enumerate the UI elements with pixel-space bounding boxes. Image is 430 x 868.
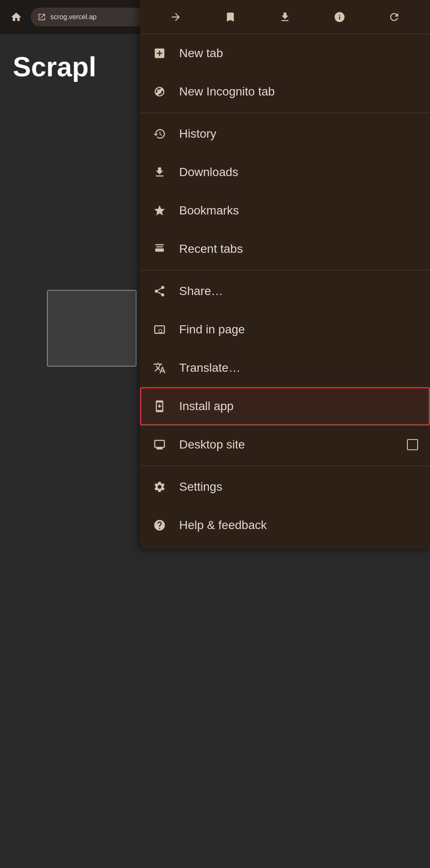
menu-item-bookmarks[interactable]: Bookmarks bbox=[140, 191, 430, 230]
recent-tabs-label: Recent tabs bbox=[179, 242, 418, 256]
incognito-icon bbox=[152, 84, 167, 99]
settings-label: Settings bbox=[179, 480, 418, 494]
menu-item-new-incognito-tab[interactable]: New Incognito tab bbox=[140, 72, 430, 111]
menu-item-recent-tabs[interactable]: Recent tabs bbox=[140, 230, 430, 268]
home-button[interactable] bbox=[7, 8, 26, 26]
downloads-label: Downloads bbox=[179, 165, 418, 179]
help-feedback-icon bbox=[152, 518, 167, 533]
bookmarks-icon bbox=[152, 203, 167, 218]
install-app-label: Install app bbox=[179, 399, 418, 413]
menu-item-help-feedback[interactable]: Help & feedback bbox=[140, 506, 430, 544]
settings-icon bbox=[152, 479, 167, 495]
menu-item-share[interactable]: Share… bbox=[140, 272, 430, 310]
forward-button[interactable] bbox=[165, 6, 187, 28]
translate-label: Translate… bbox=[179, 361, 418, 375]
menu-item-settings[interactable]: Settings bbox=[140, 468, 430, 506]
find-in-page-icon bbox=[152, 322, 167, 337]
desktop-site-icon bbox=[152, 437, 167, 452]
address-text: scrog.vercel.ap bbox=[50, 13, 97, 21]
desktop-site-label: Desktop site bbox=[179, 438, 395, 451]
menu-item-find-in-page[interactable]: Find in page bbox=[140, 310, 430, 349]
help-feedback-label: Help & feedback bbox=[179, 518, 418, 532]
translate-icon bbox=[152, 360, 167, 376]
menu-toolbar bbox=[140, 0, 430, 34]
history-label: History bbox=[179, 127, 418, 141]
new-tab-label: New tab bbox=[179, 46, 418, 60]
menu-item-downloads[interactable]: Downloads bbox=[140, 153, 430, 191]
new-tab-icon bbox=[152, 46, 167, 61]
menu-item-install-app[interactable]: Install app bbox=[140, 387, 430, 425]
divider-3 bbox=[140, 466, 430, 466]
history-icon bbox=[152, 126, 167, 142]
bookmark-button[interactable] bbox=[219, 6, 241, 28]
page-title: Scrapl bbox=[13, 51, 96, 83]
context-menu: New tab New Incognito tab History bbox=[140, 0, 430, 548]
share-icon bbox=[152, 284, 167, 299]
find-in-page-label: Find in page bbox=[179, 323, 418, 336]
downloads-icon bbox=[152, 165, 167, 180]
share-label: Share… bbox=[179, 284, 418, 298]
menu-item-translate[interactable]: Translate… bbox=[140, 349, 430, 387]
refresh-button[interactable] bbox=[383, 6, 405, 28]
page-info-button[interactable] bbox=[328, 6, 351, 28]
recent-tabs-icon bbox=[152, 241, 167, 257]
download-page-button[interactable] bbox=[274, 6, 296, 28]
page-card bbox=[47, 290, 137, 367]
tabs-icon bbox=[38, 13, 46, 21]
divider-2 bbox=[140, 270, 430, 270]
menu-item-history[interactable]: History bbox=[140, 115, 430, 153]
bookmarks-label: Bookmarks bbox=[179, 204, 418, 217]
desktop-site-checkbox[interactable] bbox=[407, 439, 418, 450]
menu-item-desktop-site[interactable]: Desktop site bbox=[140, 425, 430, 464]
new-incognito-tab-label: New Incognito tab bbox=[179, 85, 418, 98]
svg-rect-2 bbox=[157, 89, 163, 91]
install-app-icon bbox=[152, 399, 167, 414]
menu-item-new-tab[interactable]: New tab bbox=[140, 34, 430, 72]
divider-1 bbox=[140, 113, 430, 113]
